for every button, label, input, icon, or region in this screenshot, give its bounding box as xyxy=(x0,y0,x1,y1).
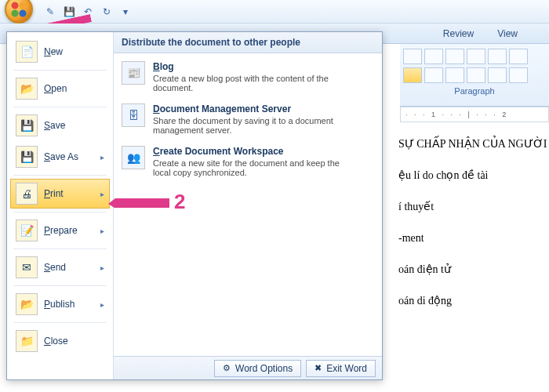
close-icon: 📁 xyxy=(16,330,38,352)
send-icon: ✉ xyxy=(16,256,38,278)
menu-item-label: Open xyxy=(44,83,67,94)
shading-button[interactable] xyxy=(509,67,528,83)
doc-line: -ment xyxy=(398,227,543,249)
callout-number-2: 2 xyxy=(174,191,185,212)
menu-item-publish[interactable]: 📂 Publish xyxy=(10,289,110,319)
word-options-button[interactable]: ⚙ Word Options xyxy=(214,360,301,377)
redo-icon[interactable]: ↻ xyxy=(100,5,113,18)
option-workspace[interactable]: 👥 Create Document Workspace Create a new… xyxy=(122,146,374,177)
list-multilevel-button[interactable] xyxy=(445,49,464,64)
open-icon: 📂 xyxy=(16,78,38,100)
callout-arrow-2 xyxy=(108,198,169,209)
tab-review[interactable]: Review xyxy=(443,28,474,39)
exit-word-button[interactable]: ✖ Exit Word xyxy=(306,360,376,377)
qat-dropdown-icon[interactable]: ▾ xyxy=(119,5,132,18)
option-desc: Create a new blog post with the content … xyxy=(153,74,357,93)
list-numbers-button[interactable] xyxy=(424,49,443,64)
menu-item-save-as[interactable]: 💾 Save As xyxy=(10,142,110,172)
ribbon-group-label: Paragraph xyxy=(403,86,546,96)
sort-button[interactable] xyxy=(509,49,528,64)
separator xyxy=(13,175,107,176)
option-title: Create Document Workspace xyxy=(153,146,357,157)
office-menu-left: 📄 New 📂 Open 💾 Save 💾 Save As 🖨 Print 📝 … xyxy=(7,32,114,379)
align-center-button[interactable] xyxy=(424,67,443,83)
menu-item-send[interactable]: ✉ Send xyxy=(10,252,110,282)
align-right-button[interactable] xyxy=(445,67,464,83)
list-bullets-button[interactable] xyxy=(403,49,422,64)
menu-item-label: Send xyxy=(44,262,66,273)
doc-line: ệu lí do chọn đề tài xyxy=(398,165,543,187)
prepare-icon: 📝 xyxy=(16,220,38,241)
menu-item-new[interactable]: 📄 New xyxy=(10,37,110,67)
publish-icon: 📂 xyxy=(16,293,38,315)
menu-item-label: Close xyxy=(44,336,68,347)
tab-view[interactable]: View xyxy=(497,28,518,39)
line-spacing-button[interactable] xyxy=(488,67,507,83)
menu-item-label: Save xyxy=(44,120,65,131)
menu-item-save[interactable]: 💾 Save xyxy=(10,111,110,140)
option-dms[interactable]: 🗄 Document Management Server Share the d… xyxy=(122,103,374,135)
workspace-icon: 👥 xyxy=(122,146,145,169)
office-button[interactable] xyxy=(5,0,33,24)
doc-line: í thuyết xyxy=(398,196,543,218)
separator xyxy=(13,285,107,286)
indent-increase-button[interactable] xyxy=(488,49,507,64)
callout-arrow-1 xyxy=(35,13,91,24)
menu-item-label: Save As xyxy=(44,151,78,162)
menu-item-label: New xyxy=(44,46,63,57)
align-justify-button[interactable] xyxy=(467,67,485,83)
ribbon-paragraph-group: Paragraph xyxy=(400,44,549,107)
doc-line: oán di động xyxy=(398,290,543,312)
menu-item-label: Publish xyxy=(44,299,75,310)
separator xyxy=(13,107,107,107)
menu-item-print[interactable]: 🖨 Print xyxy=(10,179,110,209)
option-blog[interactable]: 📰 Blog Create a new blog post with the c… xyxy=(122,61,374,93)
exit-icon: ✖ xyxy=(314,363,322,373)
option-title: Document Management Server xyxy=(153,103,357,114)
doc-line: SỰ CHẤP NHẬN CỦA NGƯỜI xyxy=(398,133,543,155)
gear-icon: ⚙ xyxy=(223,363,231,373)
menu-item-close[interactable]: 📁 Close xyxy=(10,326,110,356)
menu-item-label: Print xyxy=(44,188,64,199)
menu-item-label: Prepare xyxy=(44,225,78,236)
word-options-label: Word Options xyxy=(235,363,293,374)
indent-decrease-button[interactable] xyxy=(467,49,485,64)
separator xyxy=(13,70,107,71)
separator xyxy=(13,322,107,323)
new-icon: 📄 xyxy=(16,41,38,63)
office-menu: 📄 New 📂 Open 💾 Save 💾 Save As 🖨 Print 📝 … xyxy=(6,31,383,380)
option-desc: Share the document by saving it to a doc… xyxy=(153,116,357,135)
align-left-button[interactable] xyxy=(403,67,422,83)
save-as-icon: 💾 xyxy=(16,146,38,168)
option-title: Blog xyxy=(153,61,357,72)
doc-line: oán điện tử xyxy=(398,259,543,281)
panel-header: Distribute the document to other people xyxy=(114,32,382,53)
ruler: · · · 1 · · · | · · · 2 xyxy=(400,107,549,122)
blog-icon: 📰 xyxy=(122,61,145,85)
menu-item-open[interactable]: 📂 Open xyxy=(10,74,110,103)
menu-item-prepare[interactable]: 📝 Prepare xyxy=(10,216,110,245)
exit-word-label: Exit Word xyxy=(326,363,367,374)
print-icon: 🖨 xyxy=(16,183,38,205)
document-body: SỰ CHẤP NHẬN CỦA NGƯỜI ệu lí do chọn đề … xyxy=(398,133,543,321)
save-icon: 💾 xyxy=(16,114,38,136)
separator xyxy=(13,249,107,249)
option-desc: Create a new site for the document and k… xyxy=(153,158,357,177)
separator xyxy=(13,212,107,212)
server-icon: 🗄 xyxy=(122,103,145,127)
office-menu-footer: ⚙ Word Options ✖ Exit Word xyxy=(114,356,382,379)
